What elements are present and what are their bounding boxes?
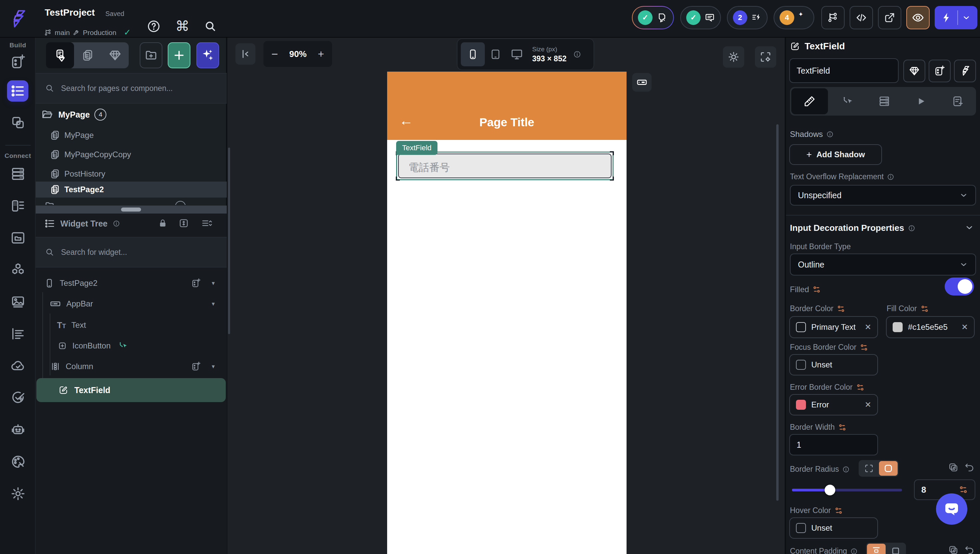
lock-icon[interactable] [158,218,168,228]
focus-border-color-chip[interactable]: Unset [789,354,878,376]
radius-all-corners-option[interactable] [879,461,898,476]
add-page-button[interactable] [168,42,190,68]
reset-icon[interactable] [964,462,975,473]
set-from-variable-icon[interactable] [920,304,929,313]
branch-bar[interactable]: main Production ✓ [44,27,131,38]
branch-name[interactable]: main [55,29,70,37]
set-from-variable-icon[interactable] [838,423,847,432]
code-view-button[interactable] [850,6,873,29]
phone-preview[interactable]: ← Page Title 電話番号 電話番号 TextField [387,72,627,554]
actions-count-button[interactable]: 2 [727,6,768,29]
padding-symmetric-option[interactable] [867,544,886,554]
zoom-in-button[interactable]: + [318,48,324,60]
theme-widget-button[interactable] [903,60,925,82]
ff-docs-button[interactable] [954,60,976,82]
widget-search-input[interactable] [61,248,188,257]
border-radius-value[interactable]: 8 [921,485,926,495]
tree-options-icon[interactable] [201,218,212,229]
rail-tests-button[interactable] [9,389,27,407]
page-label[interactable]: TestPage2 [64,185,104,194]
page-label[interactable]: MyPage [64,131,94,140]
add-widget-icon[interactable] [191,278,201,288]
set-from-variable-icon[interactable] [856,383,865,392]
pages-search-input[interactable] [61,84,188,93]
fill-color-chip[interactable]: #c1e5e5e5 ✕ [886,316,975,338]
pages-search[interactable] [36,73,227,103]
comments-status-button[interactable]: ✓ [680,6,721,29]
text-overflow-dropdown[interactable]: Unspecified [790,185,976,205]
selection-handle[interactable] [610,151,614,155]
clear-icon[interactable]: ✕ [865,323,871,332]
rail-integrations-button[interactable] [9,261,27,279]
tree-node-iconbutton[interactable]: IconButton [36,338,227,353]
chevron-down-icon[interactable]: ▾ [212,280,215,287]
reset-icon[interactable] [964,544,975,554]
filled-toggle[interactable] [945,277,974,296]
preview-page-title[interactable]: Page Title [387,116,627,129]
set-from-variable-icon[interactable] [959,485,968,494]
design-canvas[interactable]: − 90% + Size (px) 393 × 852 ← Page Title… [227,38,785,554]
folder-name[interactable]: MyPage [58,110,90,119]
rail-cloud-functions-button[interactable] [9,357,27,375]
page-label[interactable]: PostHistory [64,169,105,178]
selection-handle[interactable] [610,177,614,181]
set-from-variable-icon[interactable] [860,343,868,352]
open-preview-button[interactable] [878,6,901,29]
keyboard-toggle-button[interactable] [632,73,651,92]
clear-icon[interactable]: ✕ [961,323,968,332]
set-from-variable-icon[interactable] [812,285,821,294]
rail-components-button[interactable] [9,114,27,132]
tree-node-column[interactable]: Column ▾ [36,359,227,374]
branching-button[interactable] [821,6,844,29]
collapse-panel-button[interactable] [235,43,255,65]
rail-ai-agents-button[interactable] [9,421,27,439]
add-widget-icon[interactable] [191,361,201,371]
tree-node-label[interactable]: Column [66,362,93,371]
copy-icon[interactable] [948,544,959,554]
tree-node-testpage2[interactable]: TestPage2 ▾ [36,275,227,291]
rail-page-selector-button[interactable] [7,80,28,102]
page-label[interactable]: MyPageCopyCopy [64,150,131,159]
tab-tests[interactable] [939,87,976,116]
tab-theme-widgets[interactable] [101,49,129,62]
device-desktop-button[interactable] [506,48,528,60]
tree-node-label[interactable]: Text [71,320,86,330]
expand-collapse-icon[interactable] [179,218,189,229]
rail-database-button[interactable] [9,165,27,183]
preview-mode-button[interactable] [906,6,930,29]
tree-node-textfield-selected[interactable]: TextField [36,378,226,402]
deploy-chevron-icon[interactable] [962,13,970,22]
add-folder-button[interactable] [140,42,163,68]
add-shadow-button[interactable]: + Add Shadow [789,144,882,165]
global-search-button[interactable] [204,20,217,33]
splitter-handle[interactable] [121,207,141,212]
widget-name-input[interactable] [789,58,899,83]
rail-theme-button[interactable] [9,453,27,471]
error-border-color-chip[interactable]: Error ✕ [789,394,878,416]
tab-actions[interactable] [829,87,866,116]
support-chat-button[interactable] [936,494,967,525]
tab-components[interactable] [74,49,101,62]
tab-backend[interactable] [866,87,903,116]
convert-to-component-button[interactable] [929,60,951,82]
radius-per-corner-option[interactable] [860,461,878,476]
textfield-selection-outline[interactable]: 電話番号 [396,151,613,180]
textfield-placeholder[interactable]: 電話番号 [409,161,450,175]
border-radius-slider-track[interactable] [792,489,902,491]
folder-row-mypage[interactable]: MyPage 4 [41,108,106,121]
chevron-down-icon[interactable]: ▾ [212,363,215,370]
device-tablet-button[interactable] [485,49,506,60]
page-row-mypage[interactable]: MyPage [36,127,227,143]
hover-color-chip[interactable]: Unset [789,517,878,539]
slider-thumb[interactable] [825,485,835,495]
rail-widget-palette-button[interactable] [9,53,27,71]
widget-search[interactable] [36,237,227,267]
canvas-left-scrollbar[interactable] [228,148,230,334]
tree-node-label[interactable]: TextField [74,385,110,395]
environment-name[interactable]: Production [83,29,117,37]
light-mode-button[interactable] [723,46,744,68]
rail-settings-button[interactable] [9,485,27,503]
page-row-testpage2-selected[interactable]: TestPage2 [36,181,227,197]
issues-count-button[interactable]: 4 ✦ [774,6,814,29]
canvas-right-scrollbar[interactable] [776,124,779,501]
